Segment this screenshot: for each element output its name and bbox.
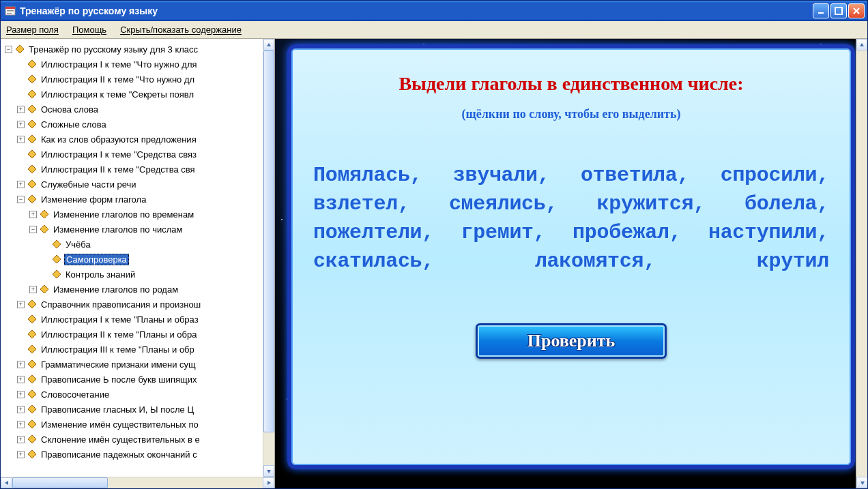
tree-node[interactable]: Иллюстрация II к теме "Что нужно дл bbox=[5, 72, 274, 87]
expand-icon[interactable]: + bbox=[17, 436, 25, 443]
menu-field-size[interactable]: Размер поля bbox=[6, 25, 59, 35]
expand-icon[interactable]: + bbox=[17, 376, 25, 383]
word[interactable]: пожелтели bbox=[313, 221, 422, 244]
tree-node[interactable]: +Словосочетание bbox=[5, 387, 274, 402]
expander-blank bbox=[17, 346, 25, 353]
menu-help[interactable]: Помощь bbox=[72, 25, 106, 35]
tree-node[interactable]: +Правописание падежных окончаний с bbox=[5, 447, 274, 462]
svg-rect-2 bbox=[7, 10, 14, 11]
scroll-left-button[interactable] bbox=[1, 477, 12, 488]
tree-node[interactable]: +Правописание гласных И, Ы после Ц bbox=[5, 402, 274, 417]
tree-node[interactable]: +Служебные части речи bbox=[5, 177, 274, 192]
tree-node-label: Словосочетание bbox=[40, 389, 111, 400]
tree-node-label: Как из слов образуются предложения bbox=[40, 134, 198, 145]
content-scroll-up-button[interactable] bbox=[856, 39, 867, 50]
scroll-up-button[interactable] bbox=[263, 39, 274, 50]
tree-node[interactable]: Иллюстрация I к теме "Планы и образ bbox=[5, 312, 274, 327]
tree-node[interactable]: −Изменение глаголов по числам bbox=[5, 222, 274, 237]
expand-icon[interactable]: + bbox=[17, 421, 25, 428]
diamond-icon bbox=[27, 59, 37, 69]
diamond-icon bbox=[40, 209, 49, 219]
word[interactable]: пробежал bbox=[573, 221, 669, 244]
maximize-button[interactable] bbox=[830, 3, 847, 18]
diamond-icon bbox=[40, 224, 49, 234]
expander-blank bbox=[17, 151, 25, 158]
collapse-icon[interactable]: − bbox=[5, 46, 12, 53]
expand-icon[interactable]: + bbox=[17, 121, 25, 128]
tree-node-label: Сложные слова bbox=[40, 119, 108, 130]
tree-node[interactable]: +Изменение глаголов по родам bbox=[5, 282, 274, 297]
word[interactable]: лакомятся bbox=[535, 250, 643, 273]
word[interactable]: гремит bbox=[461, 221, 534, 244]
expand-icon[interactable]: + bbox=[17, 301, 25, 308]
expand-icon[interactable]: + bbox=[17, 106, 25, 113]
content-pane: Выдели глаголы в единственном числе: (щё… bbox=[275, 39, 867, 488]
tree-node[interactable]: Контроль знаний bbox=[5, 267, 274, 282]
diamond-icon bbox=[27, 134, 37, 144]
diamond-icon bbox=[27, 359, 37, 369]
expander-blank bbox=[17, 316, 25, 323]
word[interactable]: наступили bbox=[708, 221, 817, 244]
tree-node[interactable]: +Правописание Ь после букв шипящих bbox=[5, 372, 274, 387]
minimize-button[interactable] bbox=[813, 3, 829, 18]
sidebar: −Тренажёр по русскому языку для 3 классИ… bbox=[1, 39, 275, 488]
titlebar[interactable]: Тренажёр по русскому языку bbox=[1, 1, 867, 21]
word[interactable]: смеялись bbox=[449, 192, 546, 216]
expand-icon[interactable]: + bbox=[29, 286, 37, 293]
word[interactable]: спросили bbox=[721, 164, 818, 187]
tree-node[interactable]: +Основа слова bbox=[5, 102, 274, 117]
expand-icon[interactable]: + bbox=[29, 211, 37, 218]
expand-icon[interactable]: + bbox=[17, 406, 25, 413]
tree-node[interactable]: −Тренажёр по русскому языку для 3 класс bbox=[5, 42, 274, 57]
tree-node[interactable]: Иллюстрация II к теме "Средства свя bbox=[5, 162, 274, 177]
word[interactable]: звучали bbox=[453, 164, 538, 187]
word[interactable]: крутил bbox=[757, 250, 829, 273]
tree-node[interactable]: Иллюстрация III к теме "Планы и обр bbox=[5, 342, 274, 357]
tree-node[interactable]: +Справочник правописания и произнош bbox=[5, 297, 274, 312]
tree-node-label: Изменение глаголов по родам bbox=[52, 284, 179, 295]
word[interactable]: Помялась bbox=[313, 164, 410, 187]
hscroll-thumb[interactable] bbox=[12, 477, 108, 488]
tree-node[interactable]: +Сложные слова bbox=[5, 117, 274, 132]
tree-node[interactable]: Иллюстрация II к теме "Планы и обра bbox=[5, 327, 274, 342]
tree-view[interactable]: −Тренажёр по русскому языку для 3 классИ… bbox=[1, 39, 274, 477]
content-vertical-scrollbar[interactable] bbox=[856, 39, 867, 488]
app-icon bbox=[5, 5, 16, 16]
tree-horizontal-scrollbar[interactable] bbox=[1, 477, 274, 488]
check-button[interactable]: Проверить bbox=[476, 323, 667, 359]
expand-icon[interactable]: + bbox=[17, 391, 25, 398]
tree-node[interactable]: −Изменение форм глагола bbox=[5, 192, 274, 207]
tree-node[interactable]: +Изменение глаголов по временам bbox=[5, 207, 274, 222]
word[interactable]: взлетел bbox=[313, 192, 398, 216]
tree-node[interactable]: +Склонение имён существительных в е bbox=[5, 432, 274, 447]
tree-node[interactable]: Иллюстрация I к теме "Что нужно для bbox=[5, 57, 274, 72]
tree-node[interactable]: Учёба bbox=[5, 237, 274, 252]
svg-rect-5 bbox=[818, 12, 824, 14]
tree-node[interactable]: Иллюстрация к теме "Секреты появл bbox=[5, 87, 274, 102]
word[interactable]: болела bbox=[744, 192, 817, 216]
expand-icon[interactable]: + bbox=[17, 451, 25, 458]
expand-icon[interactable]: + bbox=[17, 361, 25, 368]
diamond-icon bbox=[27, 449, 37, 459]
word[interactable]: кружится bbox=[596, 192, 693, 216]
menu-toggle-toc[interactable]: Скрыть/показать содержание bbox=[120, 25, 242, 35]
scroll-down-button[interactable] bbox=[263, 465, 274, 477]
tree-node[interactable]: Самопроверка bbox=[5, 252, 274, 267]
expand-icon[interactable]: + bbox=[17, 136, 25, 143]
tree-node[interactable]: +Изменение имён существительных по bbox=[5, 417, 274, 432]
word[interactable]: ответила bbox=[581, 164, 678, 187]
diamond-icon bbox=[27, 299, 37, 309]
collapse-icon[interactable]: − bbox=[17, 196, 25, 203]
tree-node[interactable]: Иллюстрация I к теме "Средства связ bbox=[5, 147, 274, 162]
diamond-icon bbox=[27, 389, 37, 399]
close-button[interactable] bbox=[848, 3, 865, 18]
word[interactable]: скатилась bbox=[313, 250, 422, 273]
content-scroll-down-button[interactable] bbox=[856, 477, 867, 488]
tree-node[interactable]: +Как из слов образуются предложения bbox=[5, 132, 274, 147]
collapse-icon[interactable]: − bbox=[29, 226, 37, 233]
scroll-right-button[interactable] bbox=[263, 477, 274, 488]
expand-icon[interactable]: + bbox=[17, 181, 25, 188]
tree-node[interactable]: +Грамматические признаки имени сущ bbox=[5, 357, 274, 372]
scroll-thumb[interactable] bbox=[263, 50, 274, 432]
tree-vertical-scrollbar[interactable] bbox=[263, 39, 274, 477]
